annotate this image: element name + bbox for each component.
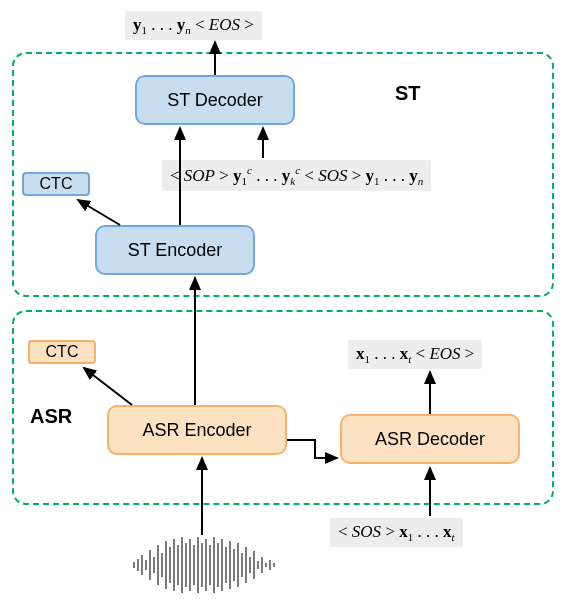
st-decoder-input: < SOP > y1c . . . ykc < SOS > y1 . . . y… bbox=[162, 160, 431, 191]
st-encoder-block: ST Encoder bbox=[95, 225, 255, 275]
waveform-icon bbox=[130, 535, 280, 595]
ctc-st-block: CTC bbox=[22, 172, 90, 196]
asr-encoder-block: ASR Encoder bbox=[107, 405, 287, 455]
asr-decoder-input: < SOS > x1 . . . xt bbox=[330, 518, 463, 547]
asr-decoder-block: ASR Decoder bbox=[340, 414, 520, 464]
asr-decoder-output: x1 . . . xt < EOS > bbox=[348, 340, 482, 369]
ctc-asr-block: CTC bbox=[28, 340, 96, 364]
st-label: ST bbox=[395, 82, 421, 105]
asr-label: ASR bbox=[30, 405, 72, 428]
st-decoder-block: ST Decoder bbox=[135, 75, 295, 125]
st-decoder-output: y1 . . . yn < EOS > bbox=[125, 11, 262, 40]
